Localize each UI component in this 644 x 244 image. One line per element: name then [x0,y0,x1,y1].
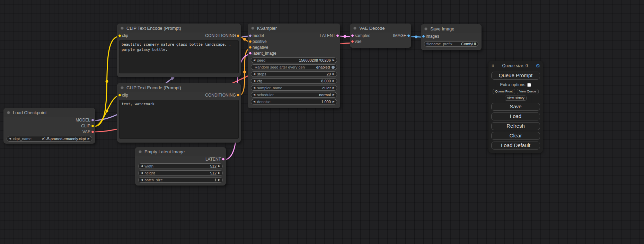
ckpt-name-widget[interactable]: ◀ ckpt_name v1-5-pruned-emaonly.ckpt ▶ [7,136,92,142]
collapse-dot-icon[interactable] [353,27,356,30]
node-save-image[interactable]: Save Image images filename_prefix ComfyU… [421,24,482,50]
refresh-button[interactable]: Refresh [491,122,540,130]
decrement-arrow-icon[interactable]: ◀ [141,172,143,174]
model-output-dot[interactable] [91,118,94,121]
decrement-arrow-icon[interactable]: ◀ [253,73,255,75]
increment-arrow-icon[interactable]: ▶ [218,165,220,168]
collapse-dot-icon[interactable] [251,27,254,30]
vae-output-dot[interactable] [91,130,94,133]
negative-prompt-textarea[interactable]: text, watermark [119,100,239,139]
clip-output-dot[interactable] [91,124,94,127]
next-value-arrow-icon[interactable]: ▶ [88,137,90,140]
positive-input-dot[interactable] [249,40,252,43]
save-button[interactable]: Save [491,103,540,111]
latent-output-dot[interactable] [222,157,225,161]
conditioning-output-dot[interactable] [237,34,240,37]
width-widget[interactable]: ◀ width 512 ▶ [138,163,223,169]
node-title: Load Checkpoint [13,110,47,115]
collapse-dot-icon[interactable] [424,27,427,30]
decrement-arrow-icon[interactable]: ◀ [141,165,143,168]
node-load-checkpoint[interactable]: Load Checkpoint MODEL CLIP VAE ◀ ckpt_na… [3,108,95,144]
model-input-dot[interactable] [249,34,252,37]
increment-arrow-icon[interactable]: ▶ [333,80,335,82]
prev-value-arrow-icon[interactable]: ◀ [253,93,255,96]
view-history-button[interactable]: View History [505,96,527,101]
extra-options-label: Extra options [500,82,526,87]
latent-output-dot[interactable] [336,34,339,37]
node-ksampler[interactable]: KSampler model LATENT positive negative … [248,24,340,108]
clip-input-dot[interactable] [118,93,121,97]
steps-widget[interactable]: ◀ steps 20 ▶ [251,71,337,77]
widget-label: cfg [257,79,262,83]
samples-input-dot[interactable] [351,34,354,37]
settings-gear-icon[interactable]: ⚙ [536,63,540,69]
prev-value-arrow-icon[interactable]: ◀ [9,137,11,140]
decrement-arrow-icon[interactable]: ◀ [253,59,255,62]
widget-label: seed [257,58,265,62]
height-widget[interactable]: ◀ height 512 ▶ [138,170,223,176]
prev-value-arrow-icon[interactable]: ◀ [253,87,255,89]
node-clip-text-encode-negative[interactable]: CLIP Text Encode (Prompt) clip CONDITION… [117,83,241,143]
positive-prompt-textarea[interactable]: beautiful scenery nature glass bottle la… [119,40,239,73]
collapse-dot-icon[interactable] [139,150,142,153]
seed-widget[interactable]: ◀ seed 156680208700286 ▶ [251,57,337,63]
sampler-name-widget[interactable]: ◀ sampler_name euler ▶ [251,85,337,91]
queue-prompt-button[interactable]: Queue Prompt [491,72,540,80]
node-header[interactable]: CLIP Text Encode (Prompt) [117,83,241,92]
next-value-arrow-icon[interactable]: ▶ [333,87,335,89]
decrement-arrow-icon[interactable]: ◀ [253,80,255,82]
decrement-arrow-icon[interactable]: ◀ [253,100,255,103]
negative-input-dot[interactable] [249,46,252,49]
scheduler-widget[interactable]: ◀ scheduler normal ▶ [251,92,337,98]
cfg-widget[interactable]: ◀ cfg 8.000 ▶ [251,78,337,84]
collapse-dot-icon[interactable] [121,86,124,89]
toggle-state-dot[interactable] [332,66,335,69]
clear-button[interactable]: Clear [491,132,540,140]
clip-input-dot[interactable] [118,34,121,37]
link-midpoint-dot [243,38,246,41]
node-header[interactable]: KSampler [248,24,340,33]
increment-arrow-icon[interactable]: ▶ [218,179,220,181]
node-title: CLIP Text Encode (Prompt) [126,85,181,90]
random-seed-toggle-widget[interactable]: Random seed after every gen enabled [251,64,337,70]
next-value-arrow-icon[interactable]: ▶ [333,93,335,96]
increment-arrow-icon[interactable]: ▶ [333,59,335,62]
node-graph-canvas[interactable]: Load Checkpoint MODEL CLIP VAE ◀ ckpt_na… [0,0,644,244]
image-output-dot[interactable] [407,34,410,37]
decrement-arrow-icon[interactable]: ◀ [141,179,143,181]
slot-label: VAE [82,129,90,134]
vae-input-dot[interactable] [351,40,354,43]
node-header[interactable]: Load Checkpoint [3,108,95,117]
conditioning-output-dot[interactable] [237,93,240,97]
denoise-widget[interactable]: ◀ denoise 1.000 ▶ [251,99,337,105]
link-midpoint-dot [243,71,246,73]
increment-arrow-icon[interactable]: ▶ [218,172,220,174]
collapse-dot-icon[interactable] [121,27,124,30]
slot-label: clip [122,93,128,98]
load-button[interactable]: Load [491,112,540,120]
menu-header: ⠿ Queue size: 0 ⚙ [491,63,540,69]
widget-label: height [144,171,155,175]
node-clip-text-encode-positive[interactable]: CLIP Text Encode (Prompt) clip CONDITION… [117,24,241,77]
collapse-dot-icon[interactable] [7,111,10,114]
drag-handle-icon[interactable]: ⠿ [491,63,494,68]
increment-arrow-icon[interactable]: ▶ [333,100,335,103]
node-header[interactable]: Save Image [421,24,482,33]
widget-label: batch_size [144,178,163,182]
node-header[interactable]: CLIP Text Encode (Prompt) [117,24,241,33]
extra-options-checkbox[interactable] [527,83,531,87]
filename-prefix-widget[interactable]: filename_prefix ComfyUI [424,41,478,47]
load-default-button[interactable]: Load Default [491,142,540,150]
view-queue-button[interactable]: View Queue [517,89,539,94]
slot-label: images [426,34,439,39]
widget-label: Random seed after every gen [255,65,305,69]
increment-arrow-icon[interactable]: ▶ [333,73,335,75]
node-header[interactable]: Empty Latent Image [135,147,226,156]
queue-front-button[interactable]: Queue Front [493,89,515,94]
node-header[interactable]: VAE Decode [350,24,411,33]
images-input-dot[interactable] [422,35,425,38]
latent-image-input-dot[interactable] [249,52,252,55]
node-empty-latent-image[interactable]: Empty Latent Image LATENT ◀ width 512 ▶ … [135,147,226,186]
batch-size-widget[interactable]: ◀ batch_size 1 ▶ [138,177,223,183]
node-vae-decode[interactable]: VAE Decode samples IMAGE vae [350,24,411,48]
